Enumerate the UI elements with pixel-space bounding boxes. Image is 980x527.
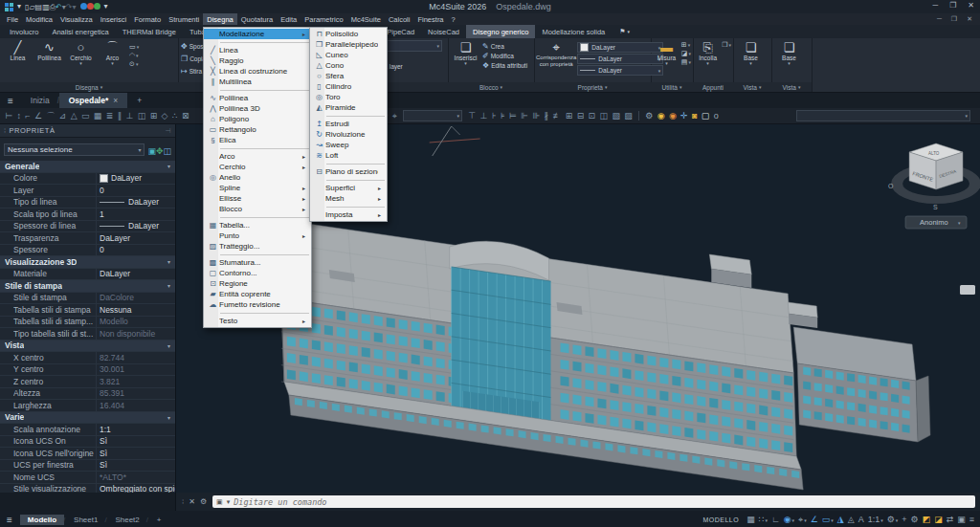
menu-item[interactable] (220, 39, 309, 43)
menubar-item[interactable]: File (3, 13, 22, 25)
menubar-item[interactable]: Calcoli (385, 13, 414, 25)
dim-tool-icon[interactable]: ∠ (34, 111, 42, 121)
submenu-item[interactable]: ⊟ Piano di sezione (310, 166, 387, 177)
menubar-item[interactable]: Inserisci (97, 13, 131, 25)
grid-icon[interactable]: ▦ (745, 515, 757, 525)
property-row[interactable]: Materiale DaLayer (0, 269, 175, 281)
dim-tool-icon[interactable]: ⌐ (25, 111, 30, 121)
property-row[interactable]: Y centro 30.001 (0, 364, 175, 377)
menubar-item[interactable]: Disegna (203, 13, 237, 25)
dim-tool-icon[interactable]: ◫ (138, 111, 146, 121)
property-value[interactable]: DaLayer (96, 269, 175, 280)
submenu-item[interactable]: ⊓ Polisolido (310, 29, 387, 39)
select-objects-icon[interactable]: ◫ (163, 146, 171, 156)
dim-tool-icon[interactable]: ⊦ (492, 111, 497, 121)
workspace-icon[interactable]: ⚙ (909, 515, 921, 525)
property-value[interactable]: 16.404 (96, 400, 175, 411)
property-row[interactable]: UCS per finestra Sì (0, 460, 175, 472)
close-button[interactable]: ✕ (968, 1, 974, 10)
dim-tool-icon[interactable]: ⊪ (532, 111, 540, 121)
panel-label-vista-2[interactable]: Vista (771, 82, 812, 92)
logo-caret-icon[interactable]: ▾ (17, 3, 21, 11)
utility-mini-icon[interactable]: ▤ (681, 58, 691, 65)
submenu-item[interactable]: ▯ Cilindro (310, 81, 387, 92)
menubar-item[interactable]: Formato (130, 13, 165, 25)
ribbon-tab[interactable]: Modellazione solida (535, 25, 612, 38)
dim-tool-icon[interactable]: ◇ (162, 111, 168, 121)
property-value[interactable]: 0 (96, 185, 175, 196)
annotation-visibility-icon[interactable]: ◮ (835, 515, 846, 525)
panel-label-appunti[interactable]: Appunti (693, 82, 733, 92)
dim-tool-icon[interactable]: ∥ (118, 111, 122, 121)
submenu-item[interactable]: ◭ Piramide (310, 102, 387, 113)
draw-mini-icon[interactable]: ◠ (129, 52, 139, 58)
annotation-autoscale-icon[interactable]: ◬ (846, 515, 857, 525)
property-value[interactable]: DaLayer (96, 197, 175, 209)
menu-item[interactable]: ☁ Fumetto revisione (204, 299, 311, 310)
palette-pin-icon[interactable]: ⊣ (165, 127, 175, 135)
menubar-item[interactable]: Strumenti (165, 13, 203, 25)
layer-state-select[interactable]: ▾ (796, 110, 970, 121)
dim-tool-icon[interactable]: ⊠ (182, 111, 189, 121)
dim-tool-icon[interactable]: ⊥ (126, 111, 134, 121)
measure-button[interactable]: ▬ Misura (653, 40, 680, 66)
cmd-grip-icon[interactable]: ⁞ (182, 497, 184, 506)
property-value[interactable]: 1 (96, 209, 175, 220)
dim-tool-icon[interactable]: ≣ (106, 111, 114, 121)
submenu-item[interactable] (326, 161, 385, 165)
annotation-scale-value[interactable]: 1:1 (866, 515, 885, 525)
property-row[interactable]: Tabella stili di stampa Nessuna (0, 304, 175, 317)
layout-menu-icon[interactable]: ≡ (0, 515, 19, 525)
property-row[interactable]: Icona UCS On Sì (0, 436, 175, 449)
doc-minimize-button[interactable]: ─ (937, 15, 942, 23)
property-row[interactable]: X centro 82.744 (0, 352, 175, 364)
property-value[interactable]: Sì (96, 448, 175, 459)
property-value[interactable]: Sì (96, 460, 175, 472)
block-button[interactable]: ✎Crea (482, 42, 527, 51)
property-row[interactable]: Spessore di linea DaLayer (0, 221, 175, 233)
compass-south[interactable]: S (933, 204, 938, 210)
property-row[interactable]: Stile di stampa (0, 280, 175, 293)
menu-item[interactable]: ∥ Multilinea (204, 77, 311, 87)
menubar-item[interactable]: Mc4Suite (347, 13, 385, 25)
property-value[interactable]: DaLayer (96, 221, 175, 232)
property-row[interactable]: Spessore 0 (0, 245, 175, 257)
menu-item[interactable]: ▢ Contorno... (204, 268, 311, 278)
submenu-item[interactable]: ◺ Cuneo (310, 50, 387, 60)
compass-west[interactable]: O (888, 183, 894, 189)
dim-tool-icon[interactable]: ▧ (612, 111, 620, 121)
new-layout-button[interactable]: + (149, 515, 169, 525)
dim-style-select[interactable]: ▾ (403, 110, 462, 121)
dim-tool-icon[interactable]: ⊿ (59, 111, 67, 121)
property-row[interactable]: Z centro 3.821 (0, 376, 175, 388)
menu-item[interactable]: Cerchio (204, 162, 311, 172)
dim-tool-icon[interactable]: ⊟ (577, 111, 585, 121)
crosshair-icon[interactable]: ✛ (680, 111, 688, 121)
menu-item[interactable]: ▰ Entità coprente (204, 289, 311, 299)
property-value[interactable]: 30.001 (96, 364, 175, 376)
clipboard-mini-icon[interactable]: ❐ (722, 41, 731, 48)
minimize-button[interactable]: ─ (932, 1, 938, 10)
menubar-item[interactable]: ? (448, 13, 459, 25)
ribbon-draw-button[interactable]: ⌒Arco (97, 40, 128, 66)
property-value[interactable]: Sì (96, 436, 175, 448)
menu-item[interactable]: ◎ Anello (204, 172, 311, 183)
ribbon-tab[interactable]: Analisi energetica (45, 25, 115, 38)
customization-icon[interactable]: + (900, 515, 908, 525)
menu-item[interactable]: ▨ Tratteggio... (204, 241, 311, 252)
menu-item[interactable]: Punto (204, 231, 311, 241)
property-value[interactable]: DaLayer (96, 173, 175, 185)
property-value[interactable]: DaLayer (96, 232, 175, 244)
undo-icon[interactable]: ↶ (56, 3, 62, 11)
menubar-item[interactable]: Modifica (22, 13, 56, 25)
dim-tool-icon[interactable]: ⊥ (480, 111, 488, 121)
dim-tool-icon[interactable]: △ (71, 111, 78, 121)
menu-item[interactable]: ▩ Sfumatura... (204, 257, 311, 268)
property-value[interactable]: Nessuna (96, 304, 175, 316)
property-row[interactable]: Stile visualizzazione Ombreggiato con sp… (0, 484, 175, 494)
menu-item[interactable]: ▦ Tabella... (204, 220, 311, 231)
submenu-item[interactable]: ↥ Estrudi (310, 119, 387, 129)
panel-label-proprieta[interactable]: Proprietà (534, 82, 651, 92)
mc4-red-icon[interactable] (87, 3, 94, 10)
dynamic-input-icon[interactable]: ▭ (820, 515, 835, 525)
